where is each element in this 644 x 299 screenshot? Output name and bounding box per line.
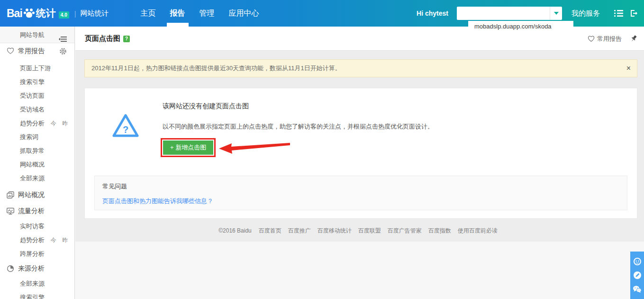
page-footer: ©2016 Baidu百度首页百度推广百度移动统计百度联盟百度广告管家百度指数使… [75, 227, 644, 235]
footer-link-ad-manager[interactable]: 百度广告管家 [388, 227, 422, 234]
sidebar-item-site-overview[interactable]: 网站概况 [0, 158, 74, 171]
faq-title: 常见问题 [102, 182, 619, 191]
logo-text-bai: Bai [7, 7, 22, 20]
sidebar-item-search-terms[interactable]: 搜索词 [0, 130, 74, 144]
question-triangle-icon: ? [111, 113, 140, 141]
sidebar-item-trend-analysis[interactable]: 趋势分析 今 昨 [0, 116, 74, 130]
logo-divider: | [74, 9, 76, 18]
faq-panel: 常见问题 页面点击图和热力图能告诉我哪些信息？ [94, 176, 627, 210]
heart-icon [7, 47, 14, 55]
sidebar-item-all-sources[interactable]: 全部来源 [0, 171, 74, 185]
footer-link-baidu-promote[interactable]: 百度推广 [288, 227, 311, 234]
floating-help-widget [630, 252, 644, 299]
my-services-link[interactable]: 我的服务 [571, 9, 600, 18]
site-dropdown-option[interactable]: mobadslp.duapp.com/skoda [468, 21, 573, 32]
sidebar-item-visited-domains[interactable]: 受访域名 [0, 103, 74, 116]
notice-banner: 2012年11月1日起，热力图和链接点击图提供最近30天查询功能，数据从11月1… [84, 59, 637, 77]
nav-report[interactable]: 报告 [163, 0, 192, 27]
favorite-reports-list: 页面上下游 搜索引擎 受访页面 受访域名 趋势分析 今 昨 搜索词 抓取异常 网… [0, 59, 74, 185]
chevron-down-icon[interactable] [550, 7, 562, 20]
sidebar-section-label: 流量分析 [18, 207, 45, 215]
sidebar-item-trend-analysis[interactable]: 趋势分析 今 昨 [0, 233, 74, 247]
product-name: 网站统计 [81, 9, 109, 18]
user-greeting: Hi chytest [417, 9, 448, 17]
page-title: 页面点击图? [85, 27, 130, 50]
quick-link-today[interactable]: 今 [51, 120, 56, 127]
sidebar-item-search-engine[interactable]: 搜索引擎 [0, 75, 74, 89]
service-list-icon[interactable] [614, 9, 623, 17]
notice-text: 2012年11月1日起，热力图和链接点击图提供最近30天查询功能，数据从11月1… [91, 65, 341, 72]
baidu-tongji-logo[interactable]: Bai 统计 4.0 | 网站统计 [7, 7, 109, 20]
sidebar-item-page-updown[interactable]: 页面上下游 [0, 61, 74, 75]
help-icon[interactable]: ? [123, 36, 130, 42]
empty-state-card: ? 该网站还没有创建页面点击图 以不同的颜色展示指定页面上的点击热度，助您了解访… [84, 88, 637, 219]
sidebar-item-visited-pages[interactable]: 受访页面 [0, 89, 74, 103]
logout-icon[interactable] [630, 9, 638, 17]
sidebar-section-label: 来源分析 [18, 264, 45, 273]
sidebar-title: 网站导航 [20, 31, 45, 38]
nav-home[interactable]: 主页 [134, 0, 163, 27]
heart-icon [588, 36, 595, 42]
empty-state-description: 以不同的颜色展示指定页面上的点击热度，助您了解访客的关注点，并根据点击热度优化页… [163, 122, 434, 131]
source-analysis-list: 全部来源 搜索引擎 [0, 277, 74, 299]
footer-link-baidu-index[interactable]: 百度指数 [428, 227, 451, 234]
sidebar-header: 网站导航 [0, 27, 74, 43]
create-clickmap-button[interactable]: + 新增点击图 [163, 140, 213, 155]
report-chart-icon [7, 191, 14, 199]
annotation-arrow [219, 141, 291, 157]
quick-link-yesterday[interactable]: 昨 [62, 120, 68, 127]
sidebar-item-realtime-visitors[interactable]: 实时访客 [0, 219, 74, 233]
site-selector-dropdown[interactable] [457, 7, 562, 20]
pie-chart-icon [7, 265, 14, 272]
sidebar-item-label: 趋势分析 [20, 120, 45, 127]
footer-link-mobile-stats[interactable]: 百度移动统计 [317, 227, 352, 234]
nav-app-center[interactable]: 应用中心 [222, 0, 266, 27]
sidebar-item-cross-screen[interactable]: 跨屏分析 [0, 247, 74, 261]
sidebar-section-source-analysis[interactable]: 来源分析 [0, 261, 74, 277]
sidebar-item-favorite-reports[interactable]: 常用报告 [0, 43, 74, 59]
version-badge: 4.0 [59, 11, 69, 19]
svg-text:?: ? [123, 124, 128, 135]
traffic-analysis-list: 实时访客 趋势分析 今 昨 跨屏分析 [0, 219, 74, 261]
logo-text-tongji: 统计 [36, 7, 56, 20]
add-to-favorites-button[interactable]: 常用报告 [588, 35, 622, 43]
sidebar-item-label: 趋势分析 [20, 236, 45, 243]
monitor-wave-icon [7, 207, 14, 215]
footer-link-must-read[interactable]: 使用百度前必读 [458, 227, 498, 234]
wechat-icon[interactable] [633, 285, 642, 293]
pin-icon[interactable] [630, 35, 637, 43]
customer-service-icon[interactable] [633, 257, 642, 266]
footer-link-baidu-union[interactable]: 百度联盟 [358, 227, 381, 234]
sidebar-item-search-engine[interactable]: 搜索引擎 [0, 290, 74, 299]
close-icon[interactable]: × [626, 60, 631, 77]
faq-link[interactable]: 页面点击图和热力图能告诉我哪些信息？ [102, 197, 213, 206]
main-nav: 主页 报告 管理 应用中心 [134, 0, 266, 27]
copyright-text: ©2016 Baidu [218, 227, 252, 234]
empty-state-title: 该网站还没有创建页面点击图 [163, 102, 249, 111]
favorites-label: 常用报告 [597, 35, 622, 43]
annotation-highlight-box: + 新增点击图 [161, 138, 216, 157]
feedback-edit-icon[interactable] [633, 271, 642, 280]
sidebar-item-all-sources[interactable]: 全部来源 [0, 277, 74, 290]
sidebar-section-traffic-analysis[interactable]: 流量分析 [0, 203, 74, 219]
content-area: 2012年11月1日起，热力图和链接点击图提供最近30天查询功能，数据从11月1… [75, 51, 644, 242]
sidebar-item-label: 常用报告 [18, 47, 45, 56]
footer-link-baidu-home[interactable]: 百度首页 [259, 227, 281, 234]
page-title-text: 页面点击图 [85, 34, 120, 42]
baidu-paw-icon [23, 7, 36, 21]
nav-manage[interactable]: 管理 [192, 0, 222, 27]
sidebar-section-label: 网站概况 [18, 191, 45, 199]
sidebar-section-site-overview[interactable]: 网站概况 [0, 187, 74, 203]
sidebar-item-crawl-errors[interactable]: 抓取异常 [0, 144, 74, 158]
sidebar: 网站导航 常用报告 页面上下游 搜索引擎 受访页面 受访域名 [0, 27, 75, 299]
quick-link-today[interactable]: 今 [51, 237, 56, 243]
gear-icon[interactable] [59, 47, 67, 56]
quick-link-yesterday[interactable]: 昨 [62, 237, 68, 243]
